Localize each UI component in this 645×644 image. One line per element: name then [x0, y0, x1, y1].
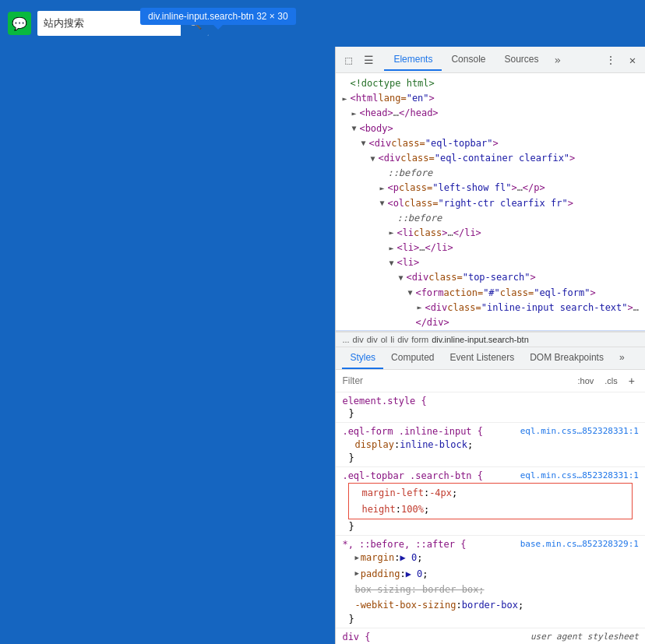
- filter-add-button[interactable]: +: [625, 373, 639, 389]
- tab-elements[interactable]: Elements: [384, 49, 442, 71]
- wechat-icon: 💬: [8, 12, 31, 35]
- html-line[interactable]: <li>: [336, 255, 645, 270]
- devtools-menu-icon[interactable]: ⋮: [601, 51, 620, 69]
- style-selector: .eql-form .inline-input {: [342, 426, 483, 437]
- style-selector: div {: [342, 632, 370, 642]
- style-source-link[interactable]: eql.min.css…852328331:1: [520, 470, 639, 480]
- style-rule-block: base.min.cs…852328329:1 *, ::before, ::a…: [336, 536, 645, 628]
- html-line[interactable]: <ol class="right-ctr clearfix fr">: [336, 196, 645, 211]
- filter-cls-button[interactable]: .cls: [601, 375, 622, 387]
- breadcrumb-item[interactable]: div: [397, 335, 408, 344]
- tab-console[interactable]: Console: [442, 49, 495, 71]
- style-rule-universal: base.min.cs…852328329:1 *, ::before, ::a…: [336, 536, 645, 628]
- triangle-icon[interactable]: [342, 93, 350, 105]
- html-line[interactable]: <li class>…</li>: [336, 226, 645, 241]
- style-rule-header: base.min.cs…852328329:1 *, ::before, ::a…: [342, 539, 639, 550]
- styles-more-tabs[interactable]: »: [612, 347, 633, 369]
- webpage-preview: [0, 47, 336, 644]
- triangle-icon[interactable]: [379, 197, 387, 209]
- style-close-brace: }: [342, 452, 639, 463]
- html-line[interactable]: <div class="inline-input search-text">…: [336, 301, 645, 315]
- style-rule-block: eql.min.css…852328331:1 .eql-form .inlin…: [336, 423, 645, 466]
- triangle-icon[interactable]: [351, 122, 359, 135]
- inspect-icon[interactable]: ⬚: [339, 51, 358, 69]
- tab-dom-breakpoints[interactable]: DOM Breakpoints: [522, 347, 612, 369]
- style-rule-element: element.style { }: [336, 392, 645, 423]
- browser-toolbar: 💬 🔍 div.inline-input.search-btn 32 × 30: [0, 0, 645, 47]
- styles-tabbar: Styles Computed Event Listeners DOM Brea…: [336, 347, 645, 370]
- style-close-brace: }: [342, 614, 639, 625]
- style-prop-margin: margin: ▶ 0;: [342, 550, 639, 565]
- breadcrumb-item[interactable]: form: [411, 335, 428, 344]
- breadcrumb-current[interactable]: div.inline-input.search-btn: [432, 335, 529, 344]
- html-line[interactable]: <head>…</head>: [336, 106, 645, 121]
- tab-sources[interactable]: Sources: [495, 49, 548, 71]
- expand-icon[interactable]: [354, 552, 358, 564]
- styles-panel: element.style { } eql.min.css…852328331:…: [336, 392, 645, 644]
- filter-bar: :hov .cls +: [336, 370, 645, 392]
- html-line: </div>: [336, 315, 645, 330]
- triangle-icon[interactable]: [351, 107, 359, 120]
- style-selector: .eql-topbar .search-btn {: [342, 470, 483, 481]
- html-panel: <!doctype html> <html lang="en"> <head>……: [336, 73, 645, 332]
- red-outline-box: margin-left: -4px; height: 100%;: [348, 483, 633, 519]
- style-close-brace: }: [342, 408, 639, 419]
- main-area: ⬚ ☰ Elements Console Sources » ⋮ ✕ <!doc…: [0, 47, 645, 644]
- triangle-icon[interactable]: [389, 257, 397, 269]
- breadcrumb-item[interactable]: ol: [381, 335, 388, 344]
- triangle-icon[interactable]: [370, 153, 378, 165]
- style-prop-webkit-boxsizing: -webkit-box-sizing: border-box;: [342, 597, 639, 613]
- style-prop-display: display: inline-block;: [342, 437, 639, 452]
- style-selector: *, ::before, ::after {: [342, 539, 466, 550]
- html-line[interactable]: <div class="eql-topbar">: [336, 136, 645, 151]
- triangle-icon[interactable]: [398, 272, 406, 284]
- devtools-more-tabs[interactable]: »: [550, 51, 566, 69]
- devtools-close-icon[interactable]: ✕: [623, 51, 642, 69]
- triangle-icon[interactable]: [361, 137, 368, 150]
- tab-event-listeners[interactable]: Event Listeners: [442, 347, 522, 369]
- style-rule-eqlform: eql.min.css…852328331:1 .eql-form .inlin…: [336, 423, 645, 467]
- html-line[interactable]: <div class="eql-container clearfix">: [336, 151, 645, 166]
- breadcrumb-item[interactable]: li: [390, 335, 394, 344]
- html-line[interactable]: <form action="#" class="eql-form">: [336, 286, 645, 301]
- triangle-icon[interactable]: [389, 242, 397, 255]
- html-line: ::before: [336, 211, 645, 226]
- html-line[interactable]: <html lang="en">: [336, 91, 645, 106]
- breadcrumb-item[interactable]: div: [353, 335, 364, 344]
- style-rule-block: user agent stylesheet div { display: blo…: [336, 628, 645, 644]
- triangle-icon[interactable]: [407, 287, 415, 299]
- filter-buttons: :hov .cls +: [574, 373, 639, 389]
- style-source-link[interactable]: eql.min.css…852328331:1: [520, 426, 639, 436]
- style-rule-block: eql.min.css…852328331:1 .eql-topbar .sea…: [336, 467, 645, 535]
- tab-computed[interactable]: Computed: [383, 347, 442, 369]
- tab-styles[interactable]: Styles: [342, 347, 383, 369]
- style-prop-height: height: 100%;: [349, 501, 632, 517]
- devtools-tabbar: ⬚ ☰ Elements Console Sources » ⋮ ✕: [336, 47, 645, 73]
- style-source-link[interactable]: base.min.cs…852328329:1: [520, 539, 639, 549]
- style-source-link: user agent stylesheet: [530, 632, 639, 642]
- devtools-pane: ⬚ ☰ Elements Console Sources » ⋮ ✕ <!doc…: [336, 47, 645, 644]
- device-icon[interactable]: ☰: [359, 51, 378, 69]
- html-line[interactable]: <p class="left-show fl">…</p>: [336, 181, 645, 195]
- breadcrumb-bar: ... div div ol li div form div.inline-in…: [336, 332, 645, 347]
- style-rule-searchbtn: eql.min.css…852328331:1 .eql-topbar .sea…: [336, 467, 645, 536]
- html-line[interactable]: <body>: [336, 121, 645, 136]
- html-line: ::before: [336, 166, 645, 181]
- breadcrumb-item[interactable]: div: [367, 335, 378, 344]
- triangle-icon[interactable]: [389, 227, 397, 239]
- styles-filter-input[interactable]: [342, 375, 567, 386]
- triangle-icon[interactable]: [379, 182, 387, 195]
- style-rule-div-useragent: user agent stylesheet div { display: blo…: [336, 628, 645, 644]
- expand-icon[interactable]: [354, 568, 358, 579]
- style-rule-block: element.style { }: [336, 392, 645, 422]
- devtools-icon-group: ⬚ ☰: [339, 51, 378, 69]
- style-rule-header: user agent stylesheet div {: [342, 632, 639, 642]
- style-rule-header: eql.min.css…852328331:1 .eql-form .inlin…: [342, 426, 639, 437]
- triangle-icon[interactable]: [417, 301, 425, 314]
- filter-hov-button[interactable]: :hov: [574, 375, 598, 387]
- style-close-brace: }: [342, 521, 639, 532]
- html-line[interactable]: <li>…</li>: [336, 241, 645, 255]
- breadcrumb-item[interactable]: ...: [342, 335, 349, 344]
- style-rule-header: eql.min.css…852328331:1 .eql-topbar .sea…: [342, 470, 639, 481]
- html-line[interactable]: <div class="top-search">: [336, 270, 645, 285]
